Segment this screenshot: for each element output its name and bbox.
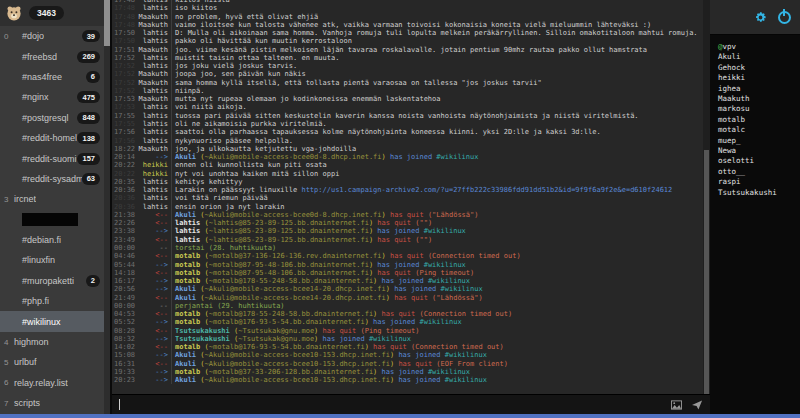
sidebar-item-reddit-suomi[interactable]: #reddit-suomi157 xyxy=(0,148,104,168)
message-segment: has joined xyxy=(398,351,444,359)
message-body: Akuli (~Akuli@mobile-access-bcee10-153.d… xyxy=(171,376,703,384)
nick-list-item[interactable]: Akuli xyxy=(718,52,800,62)
power-disconnect-icon[interactable] xyxy=(778,11,791,24)
nick-list-item[interactable]: @vpv xyxy=(718,42,800,52)
channel-link[interactable]: #wikilinux xyxy=(441,285,483,293)
sidebar-item-linuxfin[interactable]: #linuxfin xyxy=(0,250,104,270)
unread-count-badge: 2 xyxy=(86,275,100,287)
timestamp: 08:28 xyxy=(114,327,135,335)
message-segment: nyt voi unohtaa kaiken mitä sillon oppi xyxy=(175,170,339,178)
channel-link[interactable]: #wikilinux xyxy=(424,227,466,235)
message-prefix: lahtis xyxy=(135,186,171,194)
message-segment: has quit xyxy=(398,360,436,368)
timestamp: 05:44 xyxy=(114,261,135,269)
message-body: Akuli (~Akuli@mobile-access-bcee14-20.dh… xyxy=(171,294,703,302)
chat-line: 16:31<--Akuli (~Akuli@mobile-access-bcee… xyxy=(114,360,703,368)
message-input[interactable] xyxy=(112,394,710,414)
image-upload-icon[interactable] xyxy=(671,400,682,410)
message-segment: Akuli xyxy=(175,376,196,384)
sidebar-item-php.fi[interactable]: #php.fi xyxy=(0,291,104,311)
sidebar-item-muropaketti[interactable]: #muropaketti2 xyxy=(0,271,104,291)
sidebar-item-urlbuf[interactable]: 5urlbuf xyxy=(0,352,104,372)
nick-list-item[interactable]: motalb xyxy=(718,115,800,125)
timestamp: 17:55 xyxy=(114,112,135,120)
message-segment: (Connection timed out) xyxy=(428,252,521,260)
nick-list-item[interactable]: Gehock xyxy=(718,63,800,73)
nick-name: vpv xyxy=(723,42,737,51)
sidebar-item-scripts[interactable]: 7scripts xyxy=(0,393,104,413)
sidebar-item-freebsd[interactable]: #freebsd269 xyxy=(0,46,104,66)
nick-list-item[interactable]: oselotti xyxy=(718,156,800,166)
message-prefix: lahtis xyxy=(135,87,171,95)
sidebar-item-dojo[interactable]: 0#dojo39 xyxy=(0,26,104,46)
channel-link[interactable]: #wikilinux xyxy=(419,318,461,326)
chat-line: 17:56lahtisnykynuoriso pääsee helpolla. xyxy=(114,137,703,145)
sidebar-scrollbar[interactable] xyxy=(104,0,110,414)
buffer-name: #freebsd xyxy=(14,52,57,62)
nick-list-item[interactable]: heikki xyxy=(718,73,800,83)
sidebar-item-debian.fi[interactable]: #debian.fi xyxy=(0,230,104,250)
sidebar-scrollbar-thumb[interactable] xyxy=(104,0,110,46)
channel-link[interactable]: #wikilinux xyxy=(445,351,487,359)
timestamp: 17:55 xyxy=(114,120,135,128)
sidebar-item-nginx[interactable]: #nginx475 xyxy=(0,87,104,107)
send-paper-plane-icon[interactable] xyxy=(692,399,703,410)
sidebar-item-postgresql[interactable]: #postgresql848 xyxy=(0,108,104,128)
glowing-bear-logo[interactable] xyxy=(6,5,22,21)
message-segment: ~lahtis@85-23-89-125.bb.dnainternet.fi xyxy=(209,219,369,227)
chat-scrollbar[interactable] xyxy=(703,0,710,394)
channel-link[interactable]: #wikilinux xyxy=(369,335,411,343)
buffer-name: ircnet xyxy=(14,194,36,204)
message-segment: has quit xyxy=(390,252,428,260)
message-segment: ~motalb@176-93-5-54.bb.dnainternet.fi xyxy=(209,343,365,351)
message-segment: Akuli xyxy=(175,153,196,161)
message-prefix: lahtis xyxy=(135,137,171,145)
message-prefix: lahtis xyxy=(135,29,171,37)
message-body: voi tätä riemun päivää xyxy=(171,194,703,202)
message-segment: saattoi olla parhaassa tapauksessa kolme… xyxy=(175,128,601,136)
redacted-buffer-name xyxy=(22,213,78,226)
url-link[interactable]: http://us1.campaign-archive2.com/?u=27ff… xyxy=(301,186,672,194)
sidebar-item-wikilinux[interactable]: #wikilinux xyxy=(0,311,104,331)
nick-list-item[interactable]: otto__ xyxy=(718,167,800,177)
nick-list-item[interactable]: Maakuth xyxy=(718,94,800,104)
timestamp: 04:53 xyxy=(114,310,135,318)
channel-link[interactable]: #wikilinux xyxy=(436,153,478,161)
chat-line: 17:52Maakuthsama homma kyllä itsellä, et… xyxy=(114,79,703,87)
settings-gear-icon[interactable] xyxy=(754,11,767,24)
timestamp: 17:56 xyxy=(114,137,135,145)
sidebar-item-nas4free[interactable]: #nas4free6 xyxy=(0,67,104,87)
sidebar-item-ircnet[interactable]: 3ircnet xyxy=(0,189,104,209)
message-prefix: --> xyxy=(135,318,171,326)
sidebar-item-relay.relay.list[interactable]: 6relay.relay.list xyxy=(0,373,104,393)
message-prefix: lahtis xyxy=(135,4,171,12)
nick-list-item[interactable]: Tsutsukakushi xyxy=(718,188,800,198)
message-body: Tsutsukakushi (~Tsutsukak@gnu.moe) has q… xyxy=(171,327,703,335)
channel-link[interactable]: #wikilinux xyxy=(445,376,487,384)
chat-line: 17:50lahtisD: Mulla oli aikoinaan sama h… xyxy=(114,29,703,37)
nick-list-item[interactable]: motalc xyxy=(718,125,800,135)
message-segment: joo, ja ulkokautta ketjutettu vga-johdoi… xyxy=(175,145,356,153)
channel-link[interactable]: #wikilinux xyxy=(424,261,466,269)
timestamp: 18:22 xyxy=(114,145,135,153)
nick-list-item[interactable]: Newa xyxy=(718,146,800,156)
message-prefix: lahtis xyxy=(135,112,171,120)
sidebar-item-highmon[interactable]: 4highmon xyxy=(0,332,104,352)
buffer-sidebar: 3463 0#dojo39#freebsd269#nas4free6#nginx… xyxy=(0,0,104,414)
message-segment: has joined xyxy=(398,376,444,384)
sidebar-item-redacted[interactable] xyxy=(0,210,104,230)
message-segment: Akuli xyxy=(175,351,196,359)
unread-count-badge: 138 xyxy=(77,132,100,144)
nick-list-item[interactable]: markosu xyxy=(718,104,800,114)
unread-count-badge: 6 xyxy=(86,71,100,83)
chat-scrollbar-thumb[interactable] xyxy=(704,150,709,394)
channel-link[interactable]: #wikilinux xyxy=(428,368,470,376)
sidebar-item-reddit-homelab[interactable]: #reddit-homelab138 xyxy=(0,128,104,148)
message-segment: has joined xyxy=(382,277,428,285)
nick-list-item[interactable]: muep_ xyxy=(718,136,800,146)
nick-list-item[interactable]: raspi xyxy=(718,177,800,187)
sidebar-item-reddit-sysadmin[interactable]: #reddit-sysadmin63 xyxy=(0,169,104,189)
channel-link[interactable]: #wikilinux xyxy=(428,277,470,285)
nick-list-item[interactable]: ighea xyxy=(718,84,800,94)
message-segment: ~Akuli@mobile-access-bcee0d-8.dhcp.inet.… xyxy=(205,153,382,161)
